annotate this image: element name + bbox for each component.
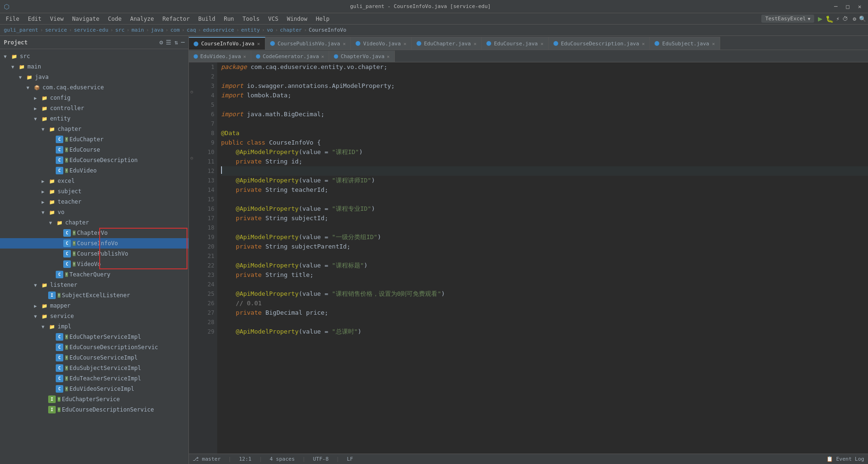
- tab-edusubject[interactable]: EduSubject.java ✕: [650, 37, 720, 50]
- breadcrumb-link-eduservice[interactable]: eduservice: [203, 27, 234, 33]
- tree-node-service[interactable]: ▼ 📁 service: [0, 311, 188, 321]
- tree-node-courseinfovo[interactable]: ▶ C ↑ CourseInfoVo: [0, 238, 188, 249]
- tab-close-courseinfovo[interactable]: ✕: [257, 41, 260, 46]
- code-editor[interactable]: package com.caq.eduservice.entity.vo.cha…: [217, 62, 868, 454]
- run-config-dropdown-icon[interactable]: ▼: [808, 17, 810, 21]
- breadcrumb-link-entity[interactable]: entity: [241, 27, 260, 33]
- tab2-close-codegenerator[interactable]: ✕: [321, 54, 324, 59]
- menu-vcs[interactable]: VCS: [264, 15, 282, 23]
- tree-node-educhapter[interactable]: ▶ C ↑ EduChapter: [0, 134, 188, 145]
- tree-node-excel[interactable]: ▶ 📁 excel: [0, 176, 188, 186]
- menu-code[interactable]: Code: [104, 15, 126, 23]
- tree-node-comcaq[interactable]: ▼ 📦 com.caq.eduservice: [0, 82, 188, 93]
- tree-node-videovo[interactable]: ▶ C ↑ VideoVo: [0, 259, 188, 269]
- tree-node-eduvideoserviceimpl[interactable]: ▶ C ↑ EduVideoServiceImpl: [0, 384, 188, 394]
- tab-close-videovo[interactable]: ✕: [404, 41, 407, 46]
- breadcrumb-link-src[interactable]: src: [115, 27, 125, 33]
- tree-node-controller[interactable]: ▶ 📁 controller: [0, 103, 188, 113]
- menu-view[interactable]: View: [46, 15, 68, 23]
- profile-button[interactable]: ⏱: [842, 16, 848, 22]
- toolbar-settings[interactable]: ⚙: [853, 16, 856, 22]
- tab-close-educoursedesc[interactable]: ✕: [642, 41, 645, 46]
- breadcrumb-link-caq[interactable]: caq: [187, 27, 196, 33]
- close-btn[interactable]: ✕: [855, 3, 864, 10]
- status-event-log[interactable]: 📋 Event Log: [826, 456, 864, 462]
- breadcrumb-link-java[interactable]: java: [151, 27, 164, 33]
- tree-node-config[interactable]: ▶ 📁 config: [0, 93, 188, 103]
- run-config[interactable]: TestEasyExcel ▼: [761, 15, 814, 23]
- tree-node-impl[interactable]: ▼ 📁 impl: [0, 321, 188, 332]
- menu-help[interactable]: Help: [312, 15, 333, 23]
- tree-node-entity[interactable]: ▼ 📁 entity: [0, 113, 188, 124]
- coverage-button[interactable]: ⚡: [836, 16, 840, 22]
- breadcrumb-link-service[interactable]: service: [45, 27, 67, 33]
- tab2-chaptervo[interactable]: ChapterVo.java ✕: [329, 51, 395, 62]
- menu-analyze[interactable]: Analyze: [126, 15, 158, 23]
- tree-node-educourse[interactable]: ▶ C ↑ EduCourse: [0, 145, 188, 155]
- sidebar-layout-icon[interactable]: ☰: [166, 39, 171, 46]
- maximize-btn[interactable]: □: [843, 3, 852, 10]
- tab-courseinfovo[interactable]: CourseInfoVo.java ✕: [189, 37, 265, 50]
- tab2-codegenerator[interactable]: CodeGenerator.java ✕: [251, 51, 329, 62]
- tree-node-subject[interactable]: ▶ 📁 subject: [0, 186, 188, 197]
- gutter-fold-2[interactable]: ⊖: [189, 153, 195, 163]
- tab2-eduvideo[interactable]: EduVideo.java ✕: [189, 51, 251, 62]
- editor-area[interactable]: ⊖ ⊖ 1 2 3 4 5 6 7 8 9 10 11 12 13 14 15 …: [189, 62, 868, 454]
- menu-refactor[interactable]: Refactor: [159, 15, 194, 23]
- tree-node-teacherquery[interactable]: ▶ C ↑ TeacherQuery: [0, 269, 188, 280]
- breadcrumb-link-guli[interactable]: guli_parent: [4, 27, 38, 33]
- breadcrumb-link-service-edu[interactable]: service-edu: [74, 27, 108, 33]
- menu-build[interactable]: Build: [195, 15, 219, 23]
- tree-node-main[interactable]: ▼ 📁 main: [0, 61, 188, 72]
- menu-tools[interactable]: Tools: [239, 15, 264, 23]
- tree-node-chapter-vo[interactable]: ▼ 📁 chapter: [0, 217, 188, 228]
- tab-coursepublishvo[interactable]: CoursePublishVo.java ✕: [265, 37, 351, 50]
- sidebar-sort-icon[interactable]: ⇅: [174, 39, 178, 46]
- menu-run[interactable]: Run: [220, 15, 238, 23]
- menu-window[interactable]: Window: [283, 15, 311, 23]
- toolbar-search[interactable]: 🔍: [859, 16, 866, 22]
- tab-close-coursepublishvo[interactable]: ✕: [343, 41, 346, 46]
- tree-node-subjectexcellistener[interactable]: ▶ I ↑ SubjectExcelListener: [0, 290, 188, 301]
- tree-node-mapper[interactable]: ▶ 📁 mapper: [0, 301, 188, 311]
- debug-button[interactable]: 🐛: [825, 15, 834, 23]
- sidebar-collapse-icon[interactable]: ─: [181, 39, 185, 46]
- tree-node-eduteacherserviceimpl[interactable]: ▶ C ↑ EduTeacherServiceImpl: [0, 373, 188, 384]
- tree-node-educourseserviceimpl[interactable]: ▶ C ↑ EduCourseServiceImpl: [0, 352, 188, 363]
- menu-file[interactable]: File: [2, 15, 23, 23]
- tree-node-java[interactable]: ▼ 📁 java: [0, 72, 188, 82]
- tree-node-teacher[interactable]: ▶ 📁 teacher: [0, 197, 188, 207]
- breadcrumb-link-com[interactable]: com: [170, 27, 180, 33]
- menu-edit[interactable]: Edit: [24, 15, 45, 23]
- gutter-fold-1[interactable]: ⊖: [189, 87, 195, 96]
- tree-node-edusubjectserviceimpl[interactable]: ▶ C ↑ EduSubjectServiceImpl: [0, 363, 188, 373]
- tree-node-educhapterservice[interactable]: ▶ I ↑ EduChapterService: [0, 394, 188, 404]
- tab-educhapter[interactable]: EduChapter.java ✕: [412, 37, 482, 50]
- minimize-btn[interactable]: ─: [831, 3, 840, 10]
- tree-node-eduvideo[interactable]: ▶ C ↑ EduVideo: [0, 165, 188, 176]
- tree-node-educourseservice[interactable]: ▶ I ↑ EduCourseDescriptionService: [0, 404, 188, 415]
- tab2-close-chaptervo[interactable]: ✕: [387, 54, 390, 59]
- breadcrumb-link-vo[interactable]: vo: [267, 27, 273, 33]
- tree-node-coursepublishvo[interactable]: ▶ C ↑ CoursePublishVo: [0, 249, 188, 259]
- tab-educoursedesc[interactable]: EduCourseDescription.java ✕: [549, 37, 650, 50]
- tree-node-listener[interactable]: ▼ 📁 listener: [0, 280, 188, 290]
- tree-node-chapter-entity[interactable]: ▼ 📁 chapter: [0, 124, 188, 134]
- menu-navigate[interactable]: Navigate: [68, 15, 103, 23]
- tree-node-vo[interactable]: ▼ 📁 vo: [0, 207, 188, 217]
- tab-educourse[interactable]: EduCourse.java ✕: [482, 37, 549, 50]
- breadcrumb-link-main[interactable]: main: [131, 27, 144, 33]
- tree-node-educhapterserviceimpl[interactable]: ▶ C ↑ EduChapterServiceImpl: [0, 332, 188, 342]
- run-button[interactable]: ▶: [818, 14, 823, 23]
- tree-node-educoursedescserviceimpl[interactable]: ▶ C ↑ EduCourseDescriptionServic: [0, 342, 188, 352]
- tab2-close-eduvideo[interactable]: ✕: [243, 54, 246, 59]
- sidebar-settings-icon[interactable]: ⚙: [160, 39, 163, 46]
- tree-node-educoursedesc[interactable]: ▶ C ↑ EduCourseDescription: [0, 155, 188, 165]
- tree-node-chaptervo[interactable]: ▶ C ↑ ChapterVo: [0, 228, 188, 238]
- tab-close-educourse[interactable]: ✕: [541, 41, 544, 46]
- tab-videovo[interactable]: VideoVo.java ✕: [351, 37, 412, 50]
- breadcrumb-link-chapter[interactable]: chapter: [280, 27, 302, 33]
- tree-node-src[interactable]: ▼ 📁 src: [0, 51, 188, 61]
- tab-close-edusubject[interactable]: ✕: [712, 41, 715, 46]
- tab-close-educhapter[interactable]: ✕: [474, 41, 477, 46]
